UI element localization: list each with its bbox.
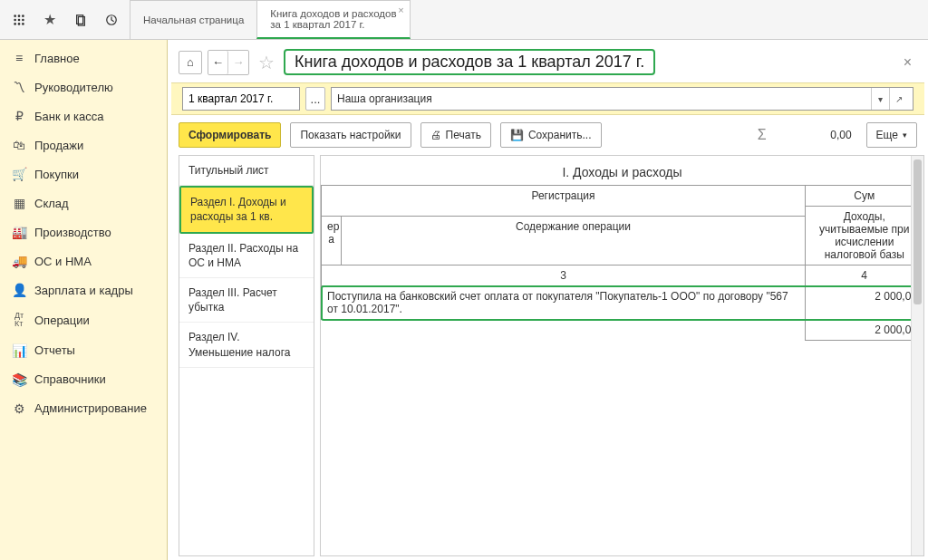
nav-label: Отчеты	[34, 343, 75, 357]
toolbar: Сформировать Показать настройки 🖨Печать …	[168, 115, 928, 155]
disk-icon: 💾	[510, 129, 524, 141]
ruble-icon: ₽	[9, 109, 29, 123]
nav-label: Склад	[34, 197, 69, 210]
period-picker-button[interactable]: ...	[305, 87, 325, 111]
report-pane[interactable]: I. Доходы и расходы Регистрация Сум Дохо…	[320, 155, 924, 556]
section-i[interactable]: Раздел I. Доходы и расходы за 1 кв.	[179, 186, 314, 233]
tab-label-l1: Книга доходов и расходов	[270, 8, 396, 19]
nav-main[interactable]: ≡Главное	[0, 43, 167, 72]
favorite-icon[interactable]: ☆	[258, 52, 275, 73]
svg-point-2	[22, 14, 24, 17]
org-value: Наша организация	[337, 92, 432, 105]
svg-point-1	[18, 14, 21, 17]
nav-purchases[interactable]: 🛒Покупки	[0, 159, 167, 188]
nav-label: Администрирование	[34, 401, 147, 415]
section-iv[interactable]: Раздел IV. Уменьшение налога	[179, 323, 314, 367]
nav-hr[interactable]: 👤Зарплата и кадры	[0, 275, 167, 304]
svg-point-7	[18, 23, 21, 25]
period-input[interactable]	[182, 87, 300, 111]
svg-point-0	[14, 14, 16, 17]
factory-icon: 🏭	[9, 225, 29, 239]
nav-manager[interactable]: 〽Руководителю	[0, 72, 167, 101]
home-button[interactable]: ⌂	[179, 51, 202, 74]
chart-icon: 〽	[9, 80, 29, 94]
history-icon[interactable]	[98, 6, 125, 34]
cart-icon: 🛒	[9, 167, 29, 181]
print-button[interactable]: 🖨Печать	[420, 122, 491, 148]
system-icons: ★	[0, 0, 130, 39]
total-amount: 2 000,00	[806, 320, 923, 341]
tab-kudir[interactable]: Книга доходов и расходов за 1 квартал 20…	[256, 0, 410, 39]
generate-button[interactable]: Сформировать	[179, 122, 281, 148]
body-row: Титульный лист Раздел I. Доходы и расход…	[168, 155, 928, 560]
more-button[interactable]: Еще▾	[866, 122, 917, 148]
nav-sales[interactable]: 🛍Продажи	[0, 130, 167, 159]
tab-close-icon[interactable]: ×	[398, 5, 403, 15]
sections-panel: Титульный лист Раздел I. Доходы и расход…	[179, 155, 314, 556]
tab-label: Начальная страница	[143, 14, 244, 25]
chevron-down-icon: ▾	[903, 130, 907, 140]
left-nav: ≡Главное 〽Руководителю ₽Банк и касса 🛍Пр…	[0, 40, 168, 560]
clipboard-icon[interactable]	[67, 6, 94, 34]
sum-value: 0,00	[776, 129, 857, 141]
report-table: Регистрация Сум Доходы, учитываемые при …	[321, 185, 923, 341]
menu-icon: ≡	[9, 51, 29, 65]
back-button[interactable]: ←	[208, 51, 228, 74]
nav-operations[interactable]: ДтКтОперации	[0, 304, 167, 336]
svg-point-3	[14, 18, 16, 21]
show-settings-button[interactable]: Показать настройки	[290, 122, 411, 148]
col-sum: Сум Доходы, учитываемые при исчислении н…	[806, 186, 923, 266]
nav-label: Руководителю	[34, 81, 113, 94]
section-title-page[interactable]: Титульный лист	[179, 156, 314, 186]
close-page-icon[interactable]: ×	[898, 54, 917, 71]
dropdown-icon[interactable]: ▾	[871, 88, 889, 110]
col-idx-4: 4	[806, 266, 923, 286]
nav-catalogs[interactable]: 📚Справочники	[0, 365, 167, 394]
book-icon: 📚	[9, 372, 29, 387]
boxes-icon: ▦	[9, 196, 29, 210]
nav-label: Продажи	[34, 139, 83, 152]
org-select[interactable]: Наша организация ▾ ↗	[331, 87, 914, 111]
section-iii[interactable]: Раздел III. Расчет убытка	[179, 278, 314, 323]
scrollbar[interactable]	[911, 156, 923, 555]
star-top-icon[interactable]: ★	[36, 6, 63, 34]
nav-label: Главное	[34, 52, 80, 65]
table-row[interactable]: Поступила на банковский счет оплата от п…	[322, 286, 923, 320]
page-title: Книга доходов и расходов за 1 квартал 20…	[284, 49, 655, 75]
tabs: Начальная страница Книга доходов и расхо…	[130, 0, 411, 39]
nav-label: Справочники	[34, 372, 106, 386]
nav-os-nma[interactable]: 🚚ОС и НМА	[0, 246, 167, 275]
bag-icon: 🛍	[9, 138, 29, 152]
scrollbar-thumb[interactable]	[914, 159, 922, 304]
svg-point-8	[22, 23, 24, 25]
title-row: ⌂ ← → ☆ Книга доходов и расходов за 1 кв…	[168, 40, 928, 82]
svg-point-4	[18, 18, 21, 21]
nav-label: Производство	[34, 226, 111, 239]
apps-icon[interactable]	[5, 6, 33, 34]
row-content: Поступила на банковский счет оплата от п…	[322, 286, 806, 320]
col-registration: Регистрация	[322, 186, 806, 217]
nav-label: ОС и НМА	[34, 255, 92, 268]
titlebar: ★ Начальная страница Книга доходов и рас…	[0, 0, 928, 40]
open-ref-icon[interactable]: ↗	[889, 88, 907, 110]
tab-label-l2: за 1 квартал 2017 г.	[270, 19, 396, 30]
dtkt-icon: ДтКт	[9, 312, 29, 329]
forward-button[interactable]: →	[228, 51, 248, 74]
main-layout: ≡Главное 〽Руководителю ₽Банк и касса 🛍Пр…	[0, 40, 928, 560]
nav-admin[interactable]: ⚙Администрирование	[0, 394, 167, 423]
sigma-icon: Σ	[758, 127, 767, 143]
nav-reports[interactable]: 📊Отчеты	[0, 336, 167, 365]
nav-warehouse[interactable]: ▦Склад	[0, 188, 167, 217]
content-area: ⌂ ← → ☆ Книга доходов и расходов за 1 кв…	[168, 40, 928, 560]
nav-bank[interactable]: ₽Банк и касса	[0, 101, 167, 130]
svg-point-5	[22, 18, 24, 21]
save-button[interactable]: 💾Сохранить...	[500, 122, 602, 148]
printer-icon: 🖨	[430, 129, 441, 141]
col-idx-3: 3	[322, 266, 806, 286]
nav-production[interactable]: 🏭Производство	[0, 217, 167, 246]
bars-icon: 📊	[9, 343, 29, 358]
tab-home[interactable]: Начальная страница	[130, 0, 257, 39]
section-ii[interactable]: Раздел II. Расходы на ОС и НМА	[179, 234, 314, 278]
nav-label: Покупки	[34, 168, 79, 181]
nav-label: Зарплата и кадры	[34, 284, 133, 297]
